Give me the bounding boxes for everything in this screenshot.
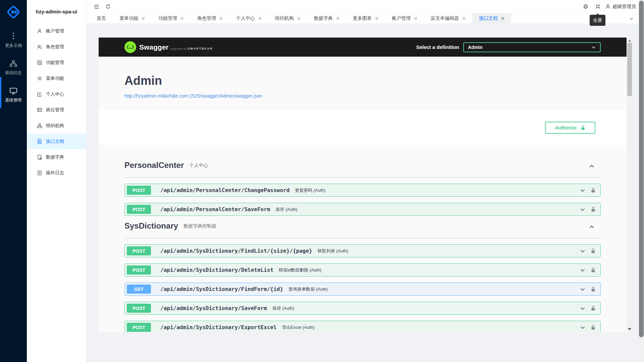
close-icon[interactable] [180,17,184,20]
endpoint-row[interactable]: POST /api/admin/PersonalCenter/ChangePas… [124,184,601,197]
tab-richtext-editor[interactable]: 富文本编辑器 [424,13,472,23]
close-icon[interactable] [142,17,145,20]
sidebar-item-accounts[interactable]: 账户管理 [27,23,86,39]
section-header-personalcenter[interactable]: PersonalCenter 个人中心 [124,161,601,178]
user-menu[interactable]: 超级管理员 [605,4,636,10]
sidebar-item-label: 个人中心 [46,91,64,97]
tab-function-mgmt[interactable]: 功能管理 [152,13,191,23]
lock-icon[interactable] [591,324,596,330]
auth-scheme-section: Authorize [99,110,627,145]
endpoint-row[interactable]: POST /api/admin/SysDictionary/ExportExce… [124,321,601,332]
sidebar-item-personal-center[interactable]: 个人中心 [27,86,86,102]
sidebar-item-label: 功能管理 [46,60,64,66]
endpoint-path: /api/admin/SysDictionary/FindList/{size}… [160,248,312,254]
section-title: SysDictionary [124,221,178,231]
sidebar-item-posts[interactable]: 岗位管理 [27,102,86,118]
tab-menu-functions[interactable]: 菜单功能 [113,13,152,23]
tab-label: 首页 [97,15,106,21]
rail-item-base-info[interactable]: 基础信息 [0,60,27,76]
endpoint-path: /api/admin/PersonalCenter/SaveForm [160,206,270,213]
menu-icon [37,76,42,81]
close-icon[interactable] [219,17,223,20]
window-scrollbar-thumb[interactable] [639,1,644,337]
tab-label: 个人中心 [236,15,255,21]
window-scrollbar[interactable] [639,0,644,362]
endpoint-row[interactable]: POST /api/admin/SysDictionary/DeleteList… [124,263,601,277]
username-label: 超级管理员 [612,4,636,10]
endpoint-row[interactable]: GET /api/admin/SysDictionary/FindForm/{i… [124,283,601,296]
collapse-section-icon[interactable] [589,224,595,231]
tab-organizations[interactable]: 组织机构 [268,13,307,23]
tab-account-mgmt[interactable]: 账户管理 [385,13,424,23]
collapse-section-icon[interactable] [589,163,595,170]
method-badge: POST [127,186,151,195]
authorize-button[interactable]: Authorize [545,122,595,134]
endpoint-row[interactable]: POST /api/admin/SysDictionary/SaveForm 保… [124,302,601,315]
tab-list-dropdown-icon[interactable] [629,13,634,24]
close-icon[interactable] [501,17,504,20]
scroll-down-icon[interactable] [628,328,631,330]
close-icon[interactable] [297,17,301,20]
file-search-icon [37,139,42,144]
lock-icon[interactable] [591,248,596,254]
close-icon[interactable] [414,17,417,20]
tab-api-docs[interactable]: 接口文档 [472,13,511,23]
close-icon[interactable] [462,17,466,20]
rail-item-system-mgmt[interactable]: 系统管理 [0,87,27,103]
expand-operation-icon[interactable] [580,267,585,273]
tab-home[interactable]: 首页 [90,13,113,23]
sidebar-item-organizations[interactable]: 组织机构 [27,118,86,133]
fullscreen-tooltip: 全屏 [590,15,605,26]
api-spec-link[interactable]: http://hzyadmin.milaizhijie.com:1520/swa… [124,93,262,99]
sidebar-item-dictionary[interactable]: 数据字典 [27,149,86,165]
method-badge: POST [127,205,151,214]
scroll-up-icon[interactable] [628,40,631,42]
endpoint-row[interactable]: POST /api/admin/SysDictionary/FindList/{… [124,244,601,257]
expand-operation-icon[interactable] [580,287,585,292]
swagger-logo[interactable]: {…} Swagger Supported by SMARTBEAR [124,41,213,53]
endpoint-path: /api/admin/SysDictionary/ExportExcel [160,324,277,330]
expand-operation-icon[interactable] [580,248,585,254]
swagger-topbar: {…} Swagger Supported by SMARTBEAR Selec… [99,38,627,57]
sidebar-item-api-docs[interactable]: 接口文档 [27,133,86,149]
lock-icon[interactable] [591,267,596,273]
tooltip-text: 全屏 [593,17,602,23]
close-icon[interactable] [375,17,378,20]
sidebar-item-functions[interactable]: 功能管理 [27,55,86,70]
section-header-sysdictionary[interactable]: SysDictionary 数据字典控制器 [124,221,601,238]
close-icon[interactable] [336,17,339,20]
lock-icon[interactable] [591,187,596,193]
tab-label: 功能管理 [158,15,177,21]
file-text-icon [37,170,42,176]
settings-gear-icon[interactable]: ⚙ [581,2,590,11]
tab-more-charts[interactable]: 更多图表 [346,13,385,23]
expand-operation-icon[interactable] [580,207,585,212]
sidebar-item-operation-logs[interactable]: 操作日志 [27,165,86,181]
close-icon[interactable] [258,17,262,20]
swagger-scrollbar[interactable] [627,38,633,332]
chevron-down-icon [591,45,596,50]
endpoint-row[interactable]: POST /api/admin/PersonalCenter/SaveForm … [124,203,601,216]
sidebar-item-roles[interactable]: 角色管理 [27,39,86,55]
lock-icon[interactable] [591,206,596,212]
scrollbar-thumb[interactable] [627,43,632,96]
edit-icon [37,92,42,97]
tab-role-mgmt[interactable]: 角色管理 [191,13,229,23]
app-logo[interactable] [6,5,21,19]
rail-item-examples[interactable]: 更多示例 [0,32,27,49]
fullscreen-exit-icon[interactable] [593,2,602,11]
expand-operation-icon[interactable] [580,306,585,311]
sidebar-item-menus[interactable]: 菜单功能 [27,70,86,86]
lock-icon[interactable] [591,286,596,292]
collapse-sidebar-icon[interactable] [92,2,101,11]
lock-icon[interactable] [591,305,596,311]
expand-operation-icon[interactable] [580,188,585,193]
tab-personal-center[interactable]: 个人中心 [229,13,268,23]
endpoint-description: 查询表单数据 (Auth) [288,286,328,292]
app-title: hzy-admin-spa-ui [27,0,86,14]
expand-operation-icon[interactable] [580,325,585,330]
endpoint-description: 保存 (Auth) [272,305,294,311]
tab-dictionary[interactable]: 数据字典 [307,13,346,23]
refresh-icon[interactable] [103,2,113,11]
definition-select[interactable]: Admin [463,42,601,52]
